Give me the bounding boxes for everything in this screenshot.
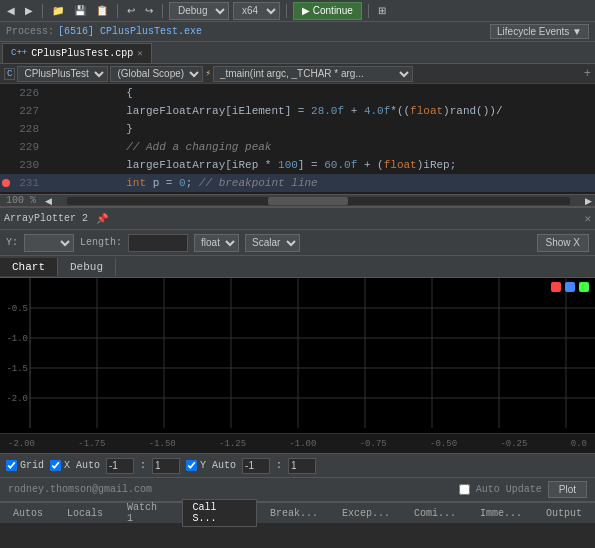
panel-pin-icon: 📌: [96, 213, 108, 225]
btab-break[interactable]: Break...: [259, 505, 329, 522]
scope-select[interactable]: (Global Scope): [110, 66, 203, 82]
bottom-controls: Grid X Auto : Y Auto :: [0, 453, 595, 477]
table-row: 231 int p = 0; // breakpoint line: [0, 174, 595, 192]
btab-excep[interactable]: Excep...: [331, 505, 401, 522]
array-plotter-panel: ArrayPlotter 2 📌 ✕ Y: Length: float Scal…: [0, 206, 595, 501]
lifecycle-events-btn[interactable]: Lifecycle Events ▼: [490, 24, 589, 39]
status-bar: rodney.thomson@gmail.com Auto Update Plo…: [0, 477, 595, 501]
bp-indicator: [0, 179, 12, 187]
sep1: [42, 4, 43, 18]
btab-calls[interactable]: Call S...: [182, 499, 257, 527]
undo-btn[interactable]: ↩: [124, 4, 138, 17]
user-email: rodney.thomson@gmail.com: [8, 484, 152, 495]
line-content: largeFloatArray[iRep * 100] = 60.0f + (f…: [47, 159, 456, 171]
file-tab-close-icon[interactable]: ✕: [137, 48, 142, 59]
continue-button[interactable]: ▶ Continue: [293, 2, 362, 20]
code-scrollbar: 100 % ◀ ▶: [0, 194, 595, 206]
y-variable-select[interactable]: [24, 234, 74, 252]
grid-checkbox-group: Grid: [6, 460, 44, 471]
table-row: 229 // Add a changing peak: [0, 138, 595, 156]
bottom-tab-bar: Autos Locals Watch 1 Call S... Break... …: [0, 501, 595, 523]
btab-comi[interactable]: Comi...: [403, 505, 467, 522]
class-select[interactable]: CPlusPlusTest: [17, 66, 108, 82]
panel-title: ArrayPlotter 2: [4, 213, 88, 224]
tab-chart[interactable]: Chart: [0, 258, 58, 276]
line-content: {: [47, 87, 133, 99]
y-separator: :: [276, 460, 282, 471]
scroll-thumb[interactable]: [268, 197, 348, 205]
sep2: [117, 4, 118, 18]
expand-icon[interactable]: +: [584, 67, 591, 81]
line-content: largeFloatArray[iElement] = 28.0f + 4.0f…: [47, 105, 503, 117]
y-label: Y:: [6, 237, 18, 248]
svg-text:-1.5: -1.5: [6, 364, 28, 374]
tab-debug[interactable]: Debug: [58, 258, 116, 276]
file-tab-cpp[interactable]: C++ CPlusPlusTest.cpp ✕: [2, 43, 152, 63]
redo-btn[interactable]: ↪: [142, 4, 156, 17]
table-row: 230 largeFloatArray[iRep * 100] = 60.0f …: [0, 156, 595, 174]
table-row: 227 largeFloatArray[iElement] = 28.0f + …: [0, 102, 595, 120]
process-label: Process:: [6, 26, 54, 37]
toolbar-icon-1[interactable]: 📁: [49, 4, 67, 17]
debug-config-select[interactable]: Debug: [169, 2, 229, 20]
code-lines: 226 { 227 largeFloatArray[iElement] = 28…: [0, 84, 595, 192]
y-auto-checkbox-group: Y Auto: [186, 460, 236, 471]
axis-label: -1.25: [219, 439, 246, 449]
toolbar-icon-3[interactable]: 📋: [93, 4, 111, 17]
axis-label: -0.50: [430, 439, 457, 449]
breakpoint-dot: [2, 179, 10, 187]
legend-dot-blue: [565, 282, 575, 292]
code-editor: 226 { 227 largeFloatArray[iElement] = 28…: [0, 84, 595, 194]
show-x-button[interactable]: Show X: [537, 234, 589, 252]
scroll-left-btn[interactable]: ◀: [42, 195, 55, 207]
length-input[interactable]: [128, 234, 188, 252]
btab-watch1[interactable]: Watch 1: [116, 499, 180, 527]
line-content: // Add a changing peak: [47, 141, 271, 153]
plotter-controls: Y: Length: float Scalar Show X: [0, 230, 595, 256]
svg-text:-2.0: -2.0: [6, 394, 28, 404]
y-auto-checkbox[interactable]: [186, 460, 197, 471]
btab-locals[interactable]: Locals: [56, 505, 114, 522]
class-icon: C: [4, 68, 15, 80]
x-auto-checkbox[interactable]: [50, 460, 61, 471]
chart-axis-bottom: -2.00 -1.75 -1.50 -1.25 -1.00 -0.75 -0.5…: [0, 433, 595, 453]
grid-checkbox[interactable]: [6, 460, 17, 471]
svg-text:-1.0: -1.0: [6, 334, 28, 344]
toolbar-icon-4[interactable]: ⊞: [375, 4, 389, 17]
plot-button[interactable]: Plot: [548, 481, 587, 498]
sep5: [368, 4, 369, 18]
scalar-select[interactable]: Scalar: [245, 234, 300, 252]
type-select[interactable]: float: [194, 234, 239, 252]
lifecycle-label: Lifecycle Events: [497, 26, 569, 37]
auto-update-checkbox[interactable]: [459, 484, 470, 495]
axis-label: -0.25: [500, 439, 527, 449]
line-number: 228: [12, 123, 47, 135]
x-separator: :: [140, 460, 146, 471]
x-min-input[interactable]: [106, 458, 134, 474]
func-icon: ⚡: [205, 68, 210, 79]
panel-close-icon[interactable]: ✕: [584, 212, 591, 225]
arch-select[interactable]: x64: [233, 2, 280, 20]
scroll-right-btn[interactable]: ▶: [582, 195, 595, 207]
y-auto-label: Y Auto: [200, 460, 236, 471]
top-toolbar: ◀ ▶ 📁 💾 📋 ↩ ↪ Debug x64 ▶ Continue ⊞: [0, 0, 595, 22]
code-header: C CPlusPlusTest (Global Scope) ⚡ _tmain(…: [0, 64, 595, 84]
chart-area: -0.5 -1.0 -1.5 -2.0: [0, 278, 595, 433]
btab-imme[interactable]: Imme...: [469, 505, 533, 522]
scroll-track[interactable]: [67, 197, 570, 205]
btab-output[interactable]: Output: [535, 505, 593, 522]
toolbar-icon-2[interactable]: 💾: [71, 4, 89, 17]
chart-svg: -0.5 -1.0 -1.5 -2.0: [0, 278, 595, 433]
x-auto-checkbox-group: X Auto: [50, 460, 100, 471]
line-number: 227: [12, 105, 47, 117]
axis-label: -1.00: [289, 439, 316, 449]
y-max-input[interactable]: [288, 458, 316, 474]
x-max-input[interactable]: [152, 458, 180, 474]
table-row: 226 {: [0, 84, 595, 102]
func-select[interactable]: _tmain(int argc, _TCHAR * arg...: [213, 66, 413, 82]
btab-autos[interactable]: Autos: [2, 505, 54, 522]
file-tab-name: CPlusPlusTest.cpp: [31, 48, 133, 59]
nav-fwd-btn[interactable]: ▶: [22, 4, 36, 17]
nav-back-btn[interactable]: ◀: [4, 4, 18, 17]
y-min-input[interactable]: [242, 458, 270, 474]
